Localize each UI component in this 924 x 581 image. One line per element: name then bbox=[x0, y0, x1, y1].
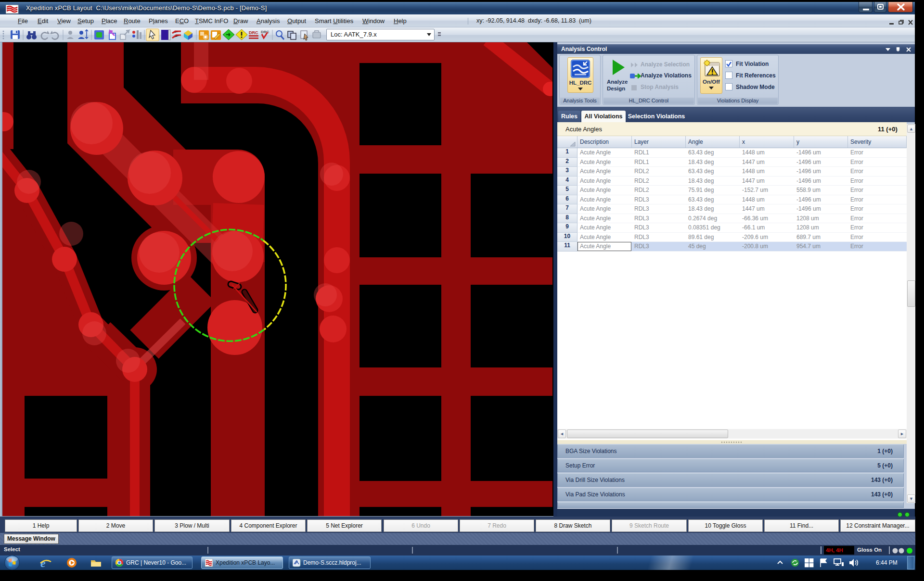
svg-text:DRC: DRC bbox=[249, 30, 258, 35]
svg-text:DRC: DRC bbox=[261, 30, 270, 34]
